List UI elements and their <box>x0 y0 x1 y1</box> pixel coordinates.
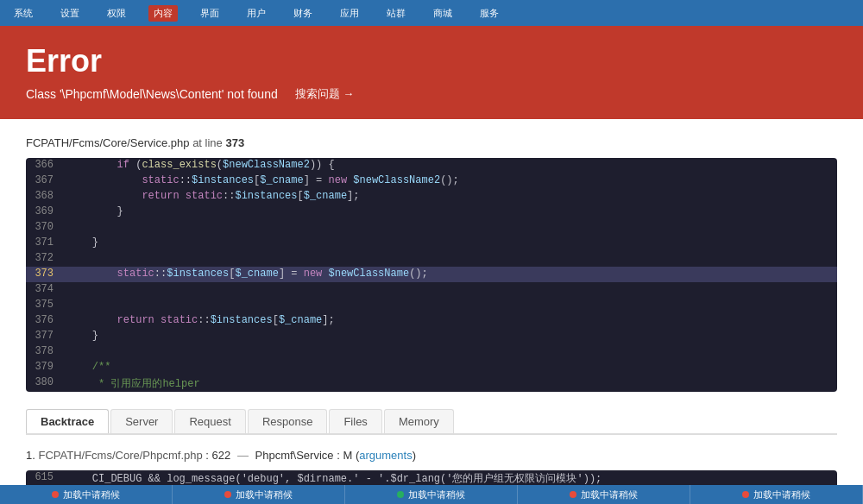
backtrace-close-paren: ) <box>413 449 416 462</box>
code-line: 379 /** <box>26 360 837 375</box>
nav-label: 内容 <box>154 7 173 20</box>
line-number: 371 <box>26 236 60 251</box>
line-number: 373 <box>225 136 244 149</box>
tab-files[interactable]: Files <box>329 409 381 433</box>
line-number: 375 <box>26 298 60 313</box>
error-subtitle: Class '\Phpcmf\Model\News\Content' not f… <box>26 86 837 102</box>
code-line: 370 <box>26 220 837 236</box>
tab-backtrace[interactable]: Backtrace <box>26 409 109 433</box>
debug-tabs: BacktraceServerRequestResponseFilesMemor… <box>26 409 837 435</box>
nav-item-apps[interactable]: 应用 <box>335 5 364 22</box>
tab-response[interactable]: Response <box>248 409 328 433</box>
code-line: 372 <box>26 251 837 267</box>
status-label: 加载中请稍候 <box>63 488 120 501</box>
code-line: 375 <box>26 298 837 313</box>
code-line: 369 } <box>26 205 837 220</box>
code-line: 373 static::$instances[$_cname] = new $n… <box>26 267 837 282</box>
line-number: 377 <box>26 329 60 344</box>
backtrace-arguments-link[interactable]: arguments <box>359 449 412 462</box>
status-label: 加载中请稍候 <box>753 488 810 501</box>
nav-label: 设置 <box>60 7 79 20</box>
status-dot-icon <box>52 491 59 498</box>
code-text <box>60 282 837 298</box>
status-dot-icon <box>570 491 576 498</box>
tab-server[interactable]: Server <box>110 409 173 433</box>
code-text <box>60 251 837 267</box>
status-item-3[interactable]: 加载中请稍候 <box>518 485 690 504</box>
nav-label: 服务 <box>480 7 499 20</box>
status-label: 加载中请稍候 <box>236 488 293 501</box>
nav-label: 系统 <box>14 7 33 20</box>
nav-label: 商城 <box>433 7 452 20</box>
tab-memory[interactable]: Memory <box>384 409 454 433</box>
line-number: 366 <box>26 158 60 173</box>
backtrace-class: Phpcmf\Service <box>255 449 334 462</box>
backtrace-item: 1. FCPATH/Fcms/Core/Phpcmf.php : 622 — P… <box>26 449 837 462</box>
nav-item-settings[interactable]: 设置 <box>55 5 85 22</box>
backtrace-method-sep: : <box>337 449 340 462</box>
backtrace-number: 1. <box>26 449 35 462</box>
nav-item-service[interactable]: 服务 <box>475 5 504 22</box>
status-item-2[interactable]: 加载中请稍候 <box>345 485 518 504</box>
code-text <box>60 344 837 360</box>
code-line: 366 if (class_exists($newClassName2)) { <box>26 158 837 173</box>
backtrace-path: FCPATH/Fcms/Core/Phpcmf.php <box>38 449 202 462</box>
nav-label: 用户 <box>247 7 266 20</box>
code-line: 374 <box>26 282 837 298</box>
line-number: 370 <box>26 220 60 236</box>
code-text: return static::$instances[$_cname]; <box>60 313 837 329</box>
code-line: 371 } <box>26 236 837 251</box>
code-text: } <box>60 329 837 344</box>
nav-item-users[interactable]: 用户 <box>242 5 271 22</box>
code-text: /** <box>60 360 837 375</box>
line-number: 372 <box>26 251 60 267</box>
code-text <box>60 220 837 236</box>
code-text: } <box>60 236 837 251</box>
nav-item-permissions[interactable]: 权限 <box>102 5 131 22</box>
status-item-1[interactable]: 加载中请稍候 <box>173 485 345 504</box>
nav-label: 财务 <box>293 7 312 20</box>
main-content: FCPATH/Fcms/Core/Service.php at line 373… <box>0 119 863 504</box>
file-info: FCPATH/Fcms/Core/Service.php at line 373 <box>26 136 837 149</box>
code-line: 378 <box>26 344 837 360</box>
nav-item-stations[interactable]: 站群 <box>381 5 411 22</box>
nav-item-finance[interactable]: 财务 <box>288 5 318 22</box>
nav-item-shop[interactable]: 商城 <box>428 5 457 22</box>
search-issue-button[interactable]: 搜索问题 → <box>295 86 355 102</box>
line-number: 378 <box>26 344 60 360</box>
status-item-0[interactable]: 加载中请稍候 <box>0 485 173 504</box>
backtrace-line-sep: : <box>205 449 211 462</box>
file-path: FCPATH/Fcms/Core/Service.php <box>26 136 190 149</box>
top-nav: 系统 设置 权限 内容 界面 用户 财务 应用 站群 商城 服务 <box>0 0 863 26</box>
nav-item-system[interactable]: 系统 <box>9 5 38 22</box>
status-bar: 加载中请稍候加载中请稍候加载中请稍候加载中请稍候加载中请稍候 <box>0 485 863 504</box>
line-number: 369 <box>26 205 60 220</box>
nav-item-content[interactable]: 内容 <box>148 5 178 22</box>
line-number: 373 <box>26 267 60 282</box>
backtrace-arrow: — <box>237 449 252 462</box>
backtrace-method: M <box>343 449 352 462</box>
code-line: 367 static::$instances[$_cname] = new $n… <box>26 173 837 189</box>
status-dot-icon <box>224 491 231 498</box>
nav-label: 站群 <box>387 7 406 20</box>
status-label: 加载中请稍候 <box>408 488 465 501</box>
line-number: 368 <box>26 189 60 205</box>
nav-label: 应用 <box>340 7 359 20</box>
code-text: static::$instances[$_cname] = new $newCl… <box>60 267 837 282</box>
code-line: 380 * 引用应用的helper <box>26 375 837 392</box>
line-number: 379 <box>26 360 60 375</box>
status-item-4[interactable]: 加载中请稍候 <box>690 485 863 504</box>
code-text: if (class_exists($newClassName2)) { <box>60 158 837 173</box>
status-dot-icon <box>742 491 749 498</box>
error-title: Error <box>26 43 837 79</box>
code-line: 376 return static::$instances[$_cname]; <box>26 313 837 329</box>
line-number: 380 <box>26 375 60 392</box>
status-dot-icon <box>397 491 404 498</box>
code-text <box>60 298 837 313</box>
nav-label: 权限 <box>107 7 126 20</box>
error-message: Class '\Phpcmf\Model\News\Content' not f… <box>26 87 278 101</box>
code-text: return static::$instances[$_cname]; <box>60 189 837 205</box>
nav-item-ui[interactable]: 界面 <box>195 5 224 22</box>
code-block-primary: 366 if (class_exists($newClassName2)) {3… <box>26 158 837 392</box>
tab-request[interactable]: Request <box>174 409 245 433</box>
